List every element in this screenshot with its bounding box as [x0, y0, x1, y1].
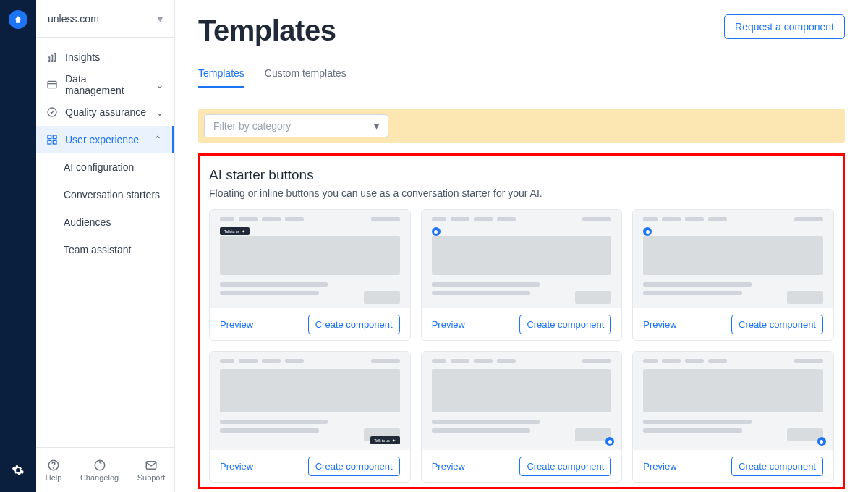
caret-down-icon: ▾: [158, 13, 163, 25]
chat-bubble-icon: [817, 437, 826, 446]
template-card: Talk to us Preview Create component: [209, 209, 411, 341]
sidebar-item-user-experience[interactable]: User experience ⌃: [36, 126, 174, 153]
category-filter-select[interactable]: Filter by category ▾: [204, 114, 388, 137]
template-thumbnail: [633, 210, 833, 308]
sidebar-item-ai-configuration[interactable]: AI configuration: [36, 153, 174, 181]
svg-rect-2: [54, 54, 56, 62]
template-card: Preview Create component: [421, 209, 623, 341]
filter-bar: Filter by category ▾: [198, 109, 845, 143]
chat-bubble-icon: [643, 227, 652, 236]
create-component-button[interactable]: Create component: [308, 315, 400, 334]
chevron-down-icon: ⌄: [156, 79, 164, 90]
template-thumbnail: Talk to us: [210, 210, 410, 308]
request-component-button[interactable]: Request a component: [724, 14, 845, 39]
svg-rect-6: [48, 135, 51, 139]
preview-link[interactable]: Preview: [643, 461, 676, 472]
help-button[interactable]: Help: [46, 459, 62, 482]
svg-rect-3: [48, 81, 56, 88]
chat-pill-icon: Talk to us: [220, 227, 250, 235]
template-card: Preview Create component: [632, 351, 834, 483]
tab-custom-templates[interactable]: Custom templates: [265, 60, 346, 88]
org-name: unless.com: [48, 13, 99, 25]
svg-rect-7: [53, 135, 56, 139]
sidebar-item-data-management[interactable]: Data management ⌄: [36, 71, 174, 98]
templates-section-highlight: AI starter buttons Floating or inline bu…: [198, 153, 845, 489]
sidebar-item-audiences[interactable]: Audiences: [36, 208, 174, 236]
org-switcher[interactable]: unless.com ▾: [36, 0, 174, 38]
template-card: Preview Create component: [421, 351, 623, 483]
chevron-up-icon: ⌃: [153, 134, 162, 145]
create-component-button[interactable]: Create component: [519, 457, 611, 476]
settings-icon[interactable]: [11, 463, 25, 478]
svg-rect-1: [51, 55, 53, 61]
create-component-button[interactable]: Create component: [308, 457, 400, 476]
sidebar-item-team-assistant[interactable]: Team assistant: [36, 236, 174, 263]
svg-rect-8: [48, 140, 51, 144]
preview-link[interactable]: Preview: [432, 319, 465, 330]
template-thumbnail: [422, 210, 622, 308]
preview-link[interactable]: Preview: [220, 461, 253, 472]
support-button[interactable]: Support: [137, 459, 166, 482]
svg-rect-9: [53, 140, 56, 144]
create-component-button[interactable]: Create component: [731, 457, 823, 476]
template-thumbnail: Talk to us: [210, 352, 410, 450]
sidebar-item-quality-assurance[interactable]: Quality assurance ⌄: [36, 98, 174, 126]
sidebar-item-conversation-starters[interactable]: Conversation starters: [36, 181, 174, 208]
create-component-button[interactable]: Create component: [519, 315, 611, 334]
create-component-button[interactable]: Create component: [731, 315, 823, 334]
section-description: Floating or inline buttons you can use a…: [209, 187, 834, 199]
page-title: Templates: [198, 14, 336, 47]
template-card: Preview Create component: [632, 209, 834, 341]
caret-down-icon: ▾: [374, 120, 379, 132]
svg-point-11: [54, 467, 54, 468]
chat-pill-icon: Talk to us: [370, 436, 400, 444]
preview-link[interactable]: Preview: [432, 461, 465, 472]
template-card: Talk to us Preview Create component: [209, 351, 411, 483]
chat-bubble-icon: [605, 437, 614, 446]
template-thumbnail: [422, 352, 622, 450]
svg-rect-0: [48, 57, 50, 61]
preview-link[interactable]: Preview: [643, 319, 676, 330]
sidebar-item-insights[interactable]: Insights: [36, 43, 174, 71]
preview-link[interactable]: Preview: [220, 319, 253, 330]
tab-templates[interactable]: Templates: [198, 60, 244, 88]
section-title: AI starter buttons: [209, 167, 834, 183]
chevron-down-icon: ⌄: [156, 106, 164, 118]
changelog-button[interactable]: Changelog: [80, 459, 119, 482]
app-logo[interactable]: [9, 10, 27, 29]
template-thumbnail: [633, 352, 833, 450]
chat-bubble-icon: [432, 227, 441, 236]
